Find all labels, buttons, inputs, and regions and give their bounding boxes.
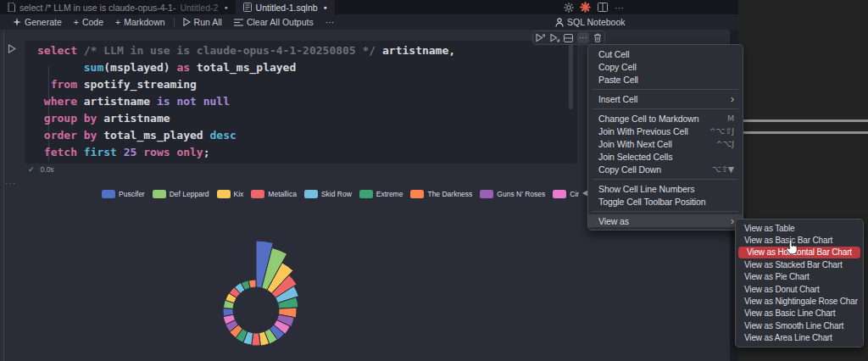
cell-context-menu: Cut CellCopy CellPaste CellInsert Cell›C… xyxy=(587,44,743,230)
code-token: total_ms_played xyxy=(97,129,209,142)
menu-item-label: Cut Cell xyxy=(598,49,734,59)
tab-untitled-2[interactable]: select /* LLM in use is claude-opus-4-1-… xyxy=(0,0,236,14)
code-token: total_ms_played xyxy=(190,61,296,74)
split-editor-icon[interactable] xyxy=(597,2,608,13)
menu-item-copy-cell[interactable]: Copy Cell xyxy=(588,60,743,73)
legend-color-chip xyxy=(304,190,318,198)
menu-item-view-as-stacked-bar-chart[interactable]: View as Stacked Bar Chart xyxy=(736,258,863,270)
legend-item[interactable]: Puscifer xyxy=(102,190,145,198)
backdrop-divider-line xyxy=(738,119,868,122)
code-token xyxy=(376,44,382,57)
rose-slice[interactable] xyxy=(223,308,233,317)
toolbar-more-button[interactable]: ··· xyxy=(320,14,341,30)
cell-scrollbar[interactable] xyxy=(569,42,573,109)
code-token: where xyxy=(44,95,77,108)
code-token: sum xyxy=(84,61,103,74)
code-token: as xyxy=(176,61,190,74)
legend-item[interactable]: Def Leppard xyxy=(153,190,209,198)
menu-item-change-cell-to-markdown[interactable]: Change Cell to MarkdownM xyxy=(588,112,743,125)
menu-item-view-as[interactable]: View as› xyxy=(588,214,743,227)
output-more-icon[interactable]: ··· xyxy=(5,179,16,188)
code-line[interactable]: select /* LLM in use is claude-opus-4-1-… xyxy=(37,42,455,59)
legend-item[interactable]: Guns N' Roses xyxy=(480,190,545,198)
cell-more-actions-icon[interactable]: ··· xyxy=(577,32,589,43)
menu-item-view-as-smooth-line-chart[interactable]: View as Smooth Line Chart xyxy=(736,319,863,331)
screenshot-root: select /* LLM in use is claude-opus-4-1-… xyxy=(0,0,868,361)
menu-item-view-as-area-line-chart[interactable]: View as Area Line Chart xyxy=(736,332,863,344)
code-token: select xyxy=(37,44,77,57)
menu-item-view-as-donut-chart[interactable]: View as Donut Chart xyxy=(736,283,863,295)
menu-item-join-with-next-cell[interactable]: Join With Next Cell^⌥J xyxy=(588,137,743,150)
nightingale-rose-chart[interactable] xyxy=(170,203,356,361)
add-markdown-cell-button[interactable]: + Markdown xyxy=(109,14,171,30)
menu-item-label: View as xyxy=(598,216,724,226)
sparkle-icon xyxy=(13,18,21,26)
split-cell-icon[interactable] xyxy=(563,32,575,43)
menu-item-join-selected-cells[interactable]: Join Selected Cells xyxy=(588,150,743,163)
menu-item-label: View as Smooth Line Chart xyxy=(744,321,858,330)
menu-item-insert-cell[interactable]: Insert Cell› xyxy=(588,92,743,105)
code-line[interactable]: fetch first 25 rows only; xyxy=(37,144,455,161)
menu-item-cut-cell[interactable]: Cut Cell xyxy=(588,47,743,60)
legend-item[interactable]: Kix xyxy=(217,190,244,198)
legend-item[interactable]: Metallica xyxy=(251,190,297,198)
run-cell-button[interactable] xyxy=(8,44,16,53)
legend-item[interactable]: The Darkness xyxy=(410,190,472,198)
code-token: order xyxy=(44,129,77,142)
kernel-picker[interactable]: SQL Notebook xyxy=(555,14,626,30)
more-actions-icon[interactable]: ··· xyxy=(614,2,625,13)
modified-dot[interactable]: ● xyxy=(224,4,227,10)
clear-outputs-icon xyxy=(234,19,243,26)
menu-item-shortcut: ⌥⇧▼ xyxy=(712,164,734,174)
modified-dot[interactable]: ● xyxy=(324,4,327,10)
legend-label: Def Leppard xyxy=(170,190,209,198)
menu-item-copy-cell-down[interactable]: Copy Cell Down⌥⇧▼ xyxy=(588,163,743,175)
clear-all-outputs-button[interactable]: Clear All Outputs xyxy=(228,14,320,30)
menu-item-view-as-basic-line-chart[interactable]: View as Basic Line Chart xyxy=(736,308,863,319)
menu-item-join-with-previous-cell[interactable]: Join With Previous Cell^⌥⇧J xyxy=(588,125,743,137)
legend-label: Metallica xyxy=(268,190,297,198)
menu-item-toggle-cell-toolbar-position[interactable]: Toggle Cell Toolbar Position xyxy=(588,195,743,208)
menu-item-view-as-horizontal-bar-chart[interactable]: View as Horizontal Bar Chart xyxy=(738,247,860,258)
file-icon xyxy=(8,3,15,12)
code-line[interactable]: from spotify_streaming xyxy=(37,76,455,93)
menu-separator xyxy=(593,211,738,212)
menu-item-label: Join With Next Cell xyxy=(598,139,716,149)
execute-below-icon[interactable] xyxy=(548,32,560,43)
rose-slice[interactable] xyxy=(248,280,256,288)
code-line[interactable]: sum(msplayed) as total_ms_played xyxy=(37,59,455,76)
menu-item-label: View as Area Line Chart xyxy=(744,333,858,342)
legend-label: Puscifer xyxy=(119,190,145,198)
code-line[interactable]: where artistname is not null xyxy=(37,93,455,110)
legend-item[interactable]: Cinderella xyxy=(553,190,579,198)
menu-item-paste-cell[interactable]: Paste Cell xyxy=(588,73,743,86)
menu-item-show-cell-line-numbers[interactable]: Show Cell Line Numbers xyxy=(588,182,743,195)
menu-item-view-as-table[interactable]: View as Table xyxy=(736,222,863,234)
generate-button[interactable]: Generate xyxy=(7,14,68,30)
menu-item-label: View as Donut Chart xyxy=(744,285,858,294)
code-token xyxy=(77,129,84,142)
menu-item-view-as-pie-chart[interactable]: View as Pie Chart xyxy=(736,271,863,283)
code-cell-editor[interactable]: select /* LLM in use is claude-opus-4-1-… xyxy=(25,41,577,164)
legend-item[interactable]: Skid Row xyxy=(304,190,352,198)
code-line[interactable]: order by total_ms_played desc xyxy=(37,127,455,144)
run-all-button[interactable]: Run All xyxy=(177,14,228,30)
success-check-icon: ✓ xyxy=(28,165,35,174)
code-token: ; xyxy=(203,146,210,158)
add-code-cell-button[interactable]: + Code xyxy=(68,14,109,30)
menu-item-view-as-nightingale-rose-chart[interactable]: View as Nightingale Rose Chart xyxy=(736,295,863,307)
gear-icon[interactable] xyxy=(563,2,574,13)
legend-label: Kix xyxy=(234,190,244,198)
execute-above-icon[interactable] xyxy=(534,32,546,43)
tab-untitled-1-sqlnb[interactable]: Untitled-1.sqlnb ● xyxy=(236,0,335,14)
menu-item-label: Insert Cell xyxy=(598,94,724,104)
menu-item-view-as-basic-bar-chart[interactable]: View as Basic Bar Chart xyxy=(736,234,863,246)
delete-cell-icon[interactable] xyxy=(592,32,604,43)
record-indicator-icon[interactable] xyxy=(580,2,591,13)
code-token xyxy=(77,112,84,125)
plus-icon: + xyxy=(115,17,120,27)
legend-item[interactable]: Extreme xyxy=(359,190,403,198)
code-token xyxy=(117,146,124,158)
code-line[interactable]: group by artistname xyxy=(37,110,455,127)
sql-code[interactable]: select /* LLM in use is claude-opus-4-1-… xyxy=(37,42,455,161)
